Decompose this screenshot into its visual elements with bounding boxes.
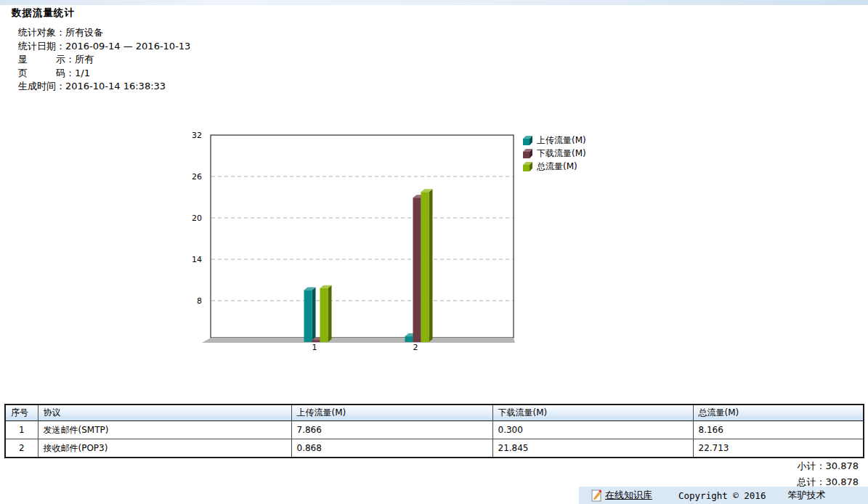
- x-tick-1: 1: [312, 343, 317, 352]
- y-tick-14: 14: [192, 255, 202, 264]
- meta-line-0: 统计对象：所有设备: [18, 26, 190, 40]
- y-tick-26: 26: [192, 172, 202, 182]
- meta-value: 所有设备: [65, 27, 103, 38]
- meta-value: 2016-09-14 — 2016-10-13: [65, 41, 190, 52]
- cell-r0-c4: 8.166: [693, 421, 864, 439]
- col-header-3: 下载流量(M): [492, 405, 693, 421]
- copyright-text: Copyright © 2016: [678, 490, 766, 501]
- traffic-table: 序号协议上传流量(M)下载流量(M)总流量(M)1发送邮件(SMTP)7.866…: [4, 404, 864, 458]
- cell-r1-c1: 接收邮件(POP3): [38, 439, 291, 458]
- meta-line-2: 显 示：所有: [18, 53, 190, 67]
- bar-top-s2-c0: [320, 285, 332, 288]
- meta-line-4: 生成时间：2016-10-14 16:38:33: [18, 80, 190, 94]
- footer-bar: 在线知识库 Copyright © 2016 笨驴技术: [579, 487, 868, 504]
- bar-top-s0-c1: [405, 333, 417, 336]
- meta-label: 统计日期：: [18, 41, 65, 52]
- bar-s1-c1: [413, 198, 421, 342]
- legend-item-0: 上传流量(M): [523, 134, 586, 147]
- bar-s1-c0: [312, 340, 320, 342]
- meta-label: 页 码：: [18, 68, 75, 78]
- cell-r1-c2: 0.868: [291, 439, 492, 458]
- bar-top-s0-c0: [304, 287, 316, 290]
- legend-item-1: 下载流量(M): [523, 147, 586, 160]
- bar-side-s2-c1: [429, 189, 433, 342]
- company-name: 笨驴技术: [787, 489, 825, 502]
- cell-r1-c0: 2: [5, 439, 38, 458]
- y-tick-20: 20: [192, 214, 202, 223]
- bar-top-s2-c1: [421, 189, 433, 192]
- cell-r0-c2: 7.866: [291, 421, 492, 439]
- bar-s2-c0: [320, 288, 328, 342]
- meta-label: 统计对象：: [18, 27, 65, 38]
- bar-side-s1-c0: [320, 337, 324, 342]
- col-header-0: 序号: [5, 405, 38, 421]
- bar-top-s1-c1: [413, 195, 425, 198]
- bar-side-s1-c1: [421, 195, 425, 342]
- legend-label: 总流量(M): [537, 160, 577, 173]
- total-label: 总计：: [798, 476, 826, 487]
- cell-r1-c3: 21.845: [492, 439, 693, 458]
- bar-side-s0-c0: [312, 287, 316, 342]
- total-value: 30.878: [826, 476, 859, 487]
- y-tick-32: 32: [192, 131, 202, 140]
- legend-cube-icon: [523, 149, 533, 158]
- col-header-2: 上传流量(M): [291, 405, 492, 421]
- meta-value: 2016-10-14 16:38:33: [65, 81, 166, 92]
- subtotal-line: 小计：30.878: [798, 460, 859, 473]
- x-tick-2: 2: [413, 343, 418, 352]
- col-header-4: 总流量(M): [693, 405, 864, 421]
- subtotal-value: 30.878: [826, 460, 859, 471]
- meta-value: 所有: [75, 54, 94, 65]
- bar-side-s0-c1: [413, 333, 417, 342]
- legend-label: 下载流量(M): [537, 147, 586, 160]
- bar-top-s1-c0: [312, 337, 324, 340]
- cell-r0-c0: 1: [5, 421, 38, 439]
- meta-line-1: 统计日期：2016-09-14 — 2016-10-13: [18, 40, 190, 54]
- legend-cube-icon: [523, 136, 533, 145]
- cell-r0-c3: 0.300: [492, 421, 693, 439]
- meta-label: 生成时间：: [18, 81, 65, 92]
- table-header-row: 序号协议上传流量(M)下载流量(M)总流量(M): [5, 405, 864, 421]
- legend-cube-icon: [523, 162, 533, 171]
- cell-r1-c4: 22.713: [693, 439, 864, 458]
- meta-line-3: 页 码：1/1: [18, 67, 190, 81]
- table-row-1: 2接收邮件(POP3)0.86821.84522.713: [5, 439, 864, 458]
- top-strip: [0, 0, 868, 5]
- chart-legend: 上传流量(M)下载流量(M)总流量(M): [523, 134, 586, 173]
- report-meta: 统计对象：所有设备统计日期：2016-09-14 — 2016-10-13显 示…: [18, 26, 190, 94]
- col-header-1: 协议: [38, 405, 291, 421]
- y-tick-8: 8: [197, 296, 202, 306]
- bar-s0-c1: [405, 336, 413, 342]
- bar-s2-c1: [421, 192, 429, 342]
- legend-item-2: 总流量(M): [523, 160, 586, 173]
- meta-value: 1/1: [75, 68, 90, 78]
- bar-side-s2-c0: [328, 285, 332, 342]
- table-row-0: 1发送邮件(SMTP)7.8660.3008.166: [5, 421, 864, 439]
- meta-label: 显 示：: [18, 54, 75, 65]
- knowledge-base-link[interactable]: 在线知识库: [605, 489, 652, 502]
- subtotal-label: 小计：: [798, 460, 826, 471]
- report-page: 数据流量统计 统计对象：所有设备统计日期：2016-09-14 — 2016-1…: [0, 0, 868, 504]
- plot-area: [211, 135, 514, 338]
- page-title: 数据流量统计: [12, 7, 75, 20]
- edit-note-icon: [591, 489, 602, 502]
- chart-floor: [202, 338, 515, 343]
- bar-s0-c0: [304, 290, 312, 342]
- legend-label: 上传流量(M): [537, 134, 586, 147]
- cell-r0-c1: 发送邮件(SMTP): [38, 421, 291, 439]
